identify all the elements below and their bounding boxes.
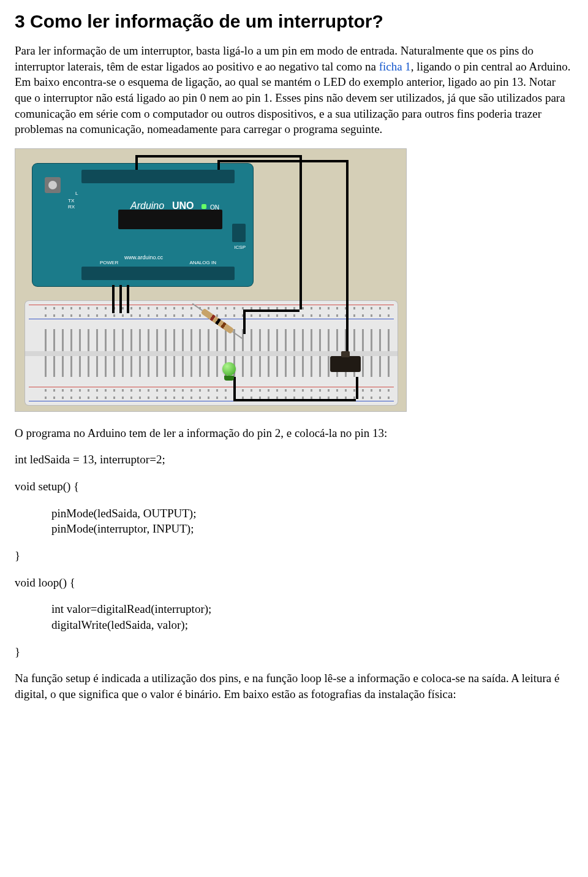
power-label: POWER <box>100 260 118 265</box>
wire <box>356 377 358 399</box>
arduino-board: Arduino UNO ON ICSP TX RX L www.arduino.… <box>32 164 253 286</box>
url-label: www.arduino.cc <box>124 254 163 260</box>
code-line-3: pinMode(ledSaida, OUTPUT); <box>15 506 573 522</box>
code-line-8: digitalWrite(ledSaida, valor); <box>15 617 573 633</box>
wire <box>135 155 300 158</box>
wire <box>243 309 300 312</box>
l-label: L <box>75 191 78 196</box>
icsp-label: ICSP <box>234 245 246 250</box>
code-line-5: } <box>15 548 573 564</box>
microcontroller-chip <box>118 210 222 229</box>
wiring-diagram: Arduino UNO ON ICSP TX RX L www.arduino.… <box>15 148 407 412</box>
code-line-1: int ledSaida = 13, interruptor=2; <box>15 452 573 468</box>
model-label: UNO <box>172 200 194 211</box>
on-label: ON <box>210 204 219 211</box>
icsp-header <box>232 224 246 242</box>
wire <box>217 160 220 170</box>
power-analog-header <box>81 267 235 280</box>
slide-switch <box>330 356 361 372</box>
wire <box>243 309 246 334</box>
power-rails-bot <box>25 383 398 405</box>
green-led <box>222 362 236 376</box>
wire <box>135 155 138 170</box>
wire <box>119 285 122 313</box>
closing-paragraph: Na função setup é indicada a utilização … <box>15 670 573 702</box>
power-led <box>202 204 206 209</box>
reset-button <box>45 177 61 193</box>
code-line-9: } <box>15 644 573 660</box>
txrx-label: TX RX <box>68 198 75 210</box>
program-intro: O programa no Arduino tem de ler a infor… <box>15 425 573 441</box>
wire <box>112 285 115 313</box>
wire <box>300 155 302 309</box>
wire <box>233 399 356 401</box>
wire <box>233 377 236 399</box>
ficha-1-link[interactable]: ficha 1 <box>379 60 411 73</box>
wire <box>217 160 346 162</box>
page-heading: 3 Como ler informação de um interruptor? <box>15 11 573 32</box>
brand-label: Arduino <box>130 200 164 211</box>
code-line-6: void loop() { <box>15 575 573 591</box>
intro-paragraph: Para ler informação de um interruptor, b… <box>15 43 573 137</box>
code-line-4: pinMode(interruptor, INPUT); <box>15 521 573 537</box>
analog-label: ANALOG IN <box>189 260 216 265</box>
wire <box>346 160 349 357</box>
digital-header <box>81 170 235 183</box>
code-line-2: void setup() { <box>15 479 573 495</box>
code-line-7: int valor=digitalRead(interruptor); <box>15 601 573 617</box>
wire <box>127 285 129 313</box>
